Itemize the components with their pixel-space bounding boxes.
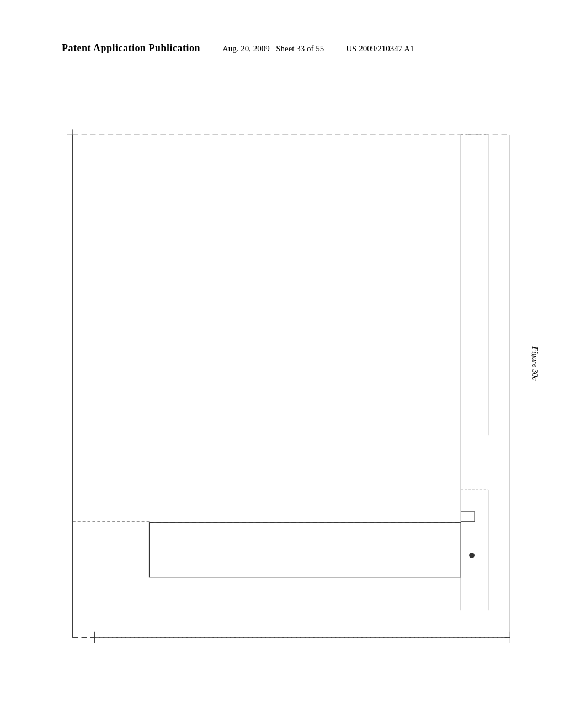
page-header: Patent Application Publication Aug. 20, … — [62, 42, 532, 54]
svg-point-11 — [469, 553, 475, 558]
publication-title: Patent Application Publication — [62, 42, 200, 54]
patent-diagram — [62, 116, 532, 656]
figure-label: Figure 30c — [530, 346, 539, 380]
diagram-container: Figure 30c — [62, 116, 532, 656]
patent-number: US 2009/210347 A1 — [346, 44, 414, 53]
publication-date: Aug. 20, 2009 Sheet 33 of 55 — [222, 44, 324, 53]
svg-rect-8 — [150, 523, 461, 577]
